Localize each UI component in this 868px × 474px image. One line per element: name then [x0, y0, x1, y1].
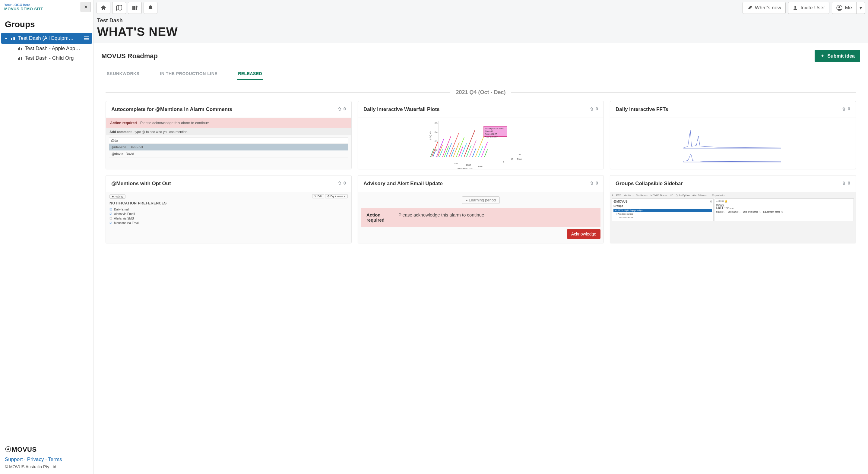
vote-count: 0	[848, 180, 850, 185]
svg-text:Time=18: Time=18	[485, 130, 493, 132]
acknowledge-button: Acknowledge	[567, 229, 600, 239]
svg-text:10: 10	[510, 158, 513, 160]
group-item-label: Test Dash (All Equipm…	[18, 35, 82, 41]
svg-text:1500: 1500	[478, 165, 483, 168]
svg-text:TS=Sep 18 05:45PM: TS=Sep 18 05:45PM	[485, 128, 504, 130]
mention-option: @david David	[109, 151, 348, 157]
svg-rect-32	[446, 144, 452, 157]
svg-point-17	[838, 6, 840, 8]
group-child-label: Test Dash - Child Org	[25, 55, 74, 61]
privacy-link[interactable]: Privacy	[27, 456, 44, 462]
card-votes[interactable]: 0	[590, 180, 598, 185]
vote-count: 0	[596, 180, 598, 185]
group-child-item[interactable]: Test Dash - Apple App…	[18, 44, 93, 53]
vote-icon	[590, 107, 594, 111]
home-button[interactable]	[96, 2, 111, 14]
comment-hint: - type @ to see who you can mention.	[132, 130, 188, 134]
alert-label: Action required	[110, 121, 137, 125]
card-votes[interactable]: 0	[590, 106, 598, 111]
chevron-down-icon	[4, 36, 8, 40]
card-preview: ▸ Learning period Action required Please…	[358, 192, 603, 243]
plus-icon: ＋	[820, 53, 825, 59]
tab-skunkworks[interactable]: SKUNKWORKS	[105, 68, 141, 80]
tab-released[interactable]: RELEASED	[237, 68, 263, 80]
whats-new-button[interactable]: What's new	[743, 2, 786, 14]
home-icon	[100, 5, 107, 11]
invite-user-button[interactable]: Invite User	[788, 2, 829, 14]
group-child-item[interactable]: Test Dash - Child Org	[18, 53, 93, 63]
card-title: Groups Collapsible Sidebar	[616, 180, 683, 187]
card-votes[interactable]: 0	[842, 106, 850, 111]
site-logo[interactable]: Your LOGO here MOVUS DEMO SITE	[2, 2, 45, 12]
library-icon	[131, 5, 138, 11]
svg-rect-1	[13, 37, 13, 40]
vote-icon	[590, 181, 594, 185]
mention-option: @danetiel Dan Etiel	[109, 144, 348, 151]
edit-tag: ✎ Edit	[312, 194, 324, 198]
svg-rect-13	[134, 6, 135, 10]
group-menu-icon[interactable]	[84, 36, 89, 40]
roadmap-card[interactable]: Groups Collapsible Sidebar 0 ≡AWSMonitor…	[610, 175, 856, 243]
svg-rect-10	[19, 57, 20, 60]
group-children: Test Dash - Apple App… Test Dash - Child…	[0, 44, 93, 63]
card-preview: Action required Please acknowledge this …	[106, 118, 351, 169]
roadmap-card[interactable]: Autocomplete for @Mentions in Alarm Comm…	[105, 101, 352, 169]
svg-rect-11	[21, 57, 22, 60]
roadmap-card[interactable]: Daily Interactive FFTs 0	[610, 101, 856, 169]
bell-icon	[148, 5, 154, 11]
vote-icon	[842, 107, 846, 111]
roadmap-card[interactable]: Advisory and Alert Email Update 0 ▸ Lear…	[358, 175, 604, 243]
activity-tag: ★ Activity	[110, 194, 125, 199]
page-title: WHAT'S NEW	[97, 25, 864, 39]
vote-count: 0	[848, 106, 850, 111]
terms-link[interactable]: Terms	[48, 456, 62, 462]
me-label: Me	[845, 5, 852, 11]
card-votes[interactable]: 0	[338, 180, 346, 185]
rocket-icon	[747, 5, 752, 10]
card-preview: ≡AWSMonitor ▾ConfluenceMOVUS Docs ▾HDQt …	[610, 192, 856, 243]
learning-chip: ▸ Learning period	[462, 196, 500, 204]
svg-rect-9	[18, 58, 19, 60]
roadmap-card[interactable]: @Mentions with Opt Out 0 ★ Activity ✎ Ed…	[105, 175, 352, 243]
group-child-label: Test Dash - Apple App…	[25, 45, 80, 52]
sidebar-collapse-button[interactable]: ✕	[81, 2, 91, 12]
group-item-active[interactable]: Test Dash (All Equipm…	[1, 33, 92, 44]
card-title: @Mentions with Opt Out	[111, 180, 171, 187]
equipment-tag: ⚙ Equipment ▾	[325, 194, 348, 198]
vote-count: 0	[343, 180, 346, 185]
svg-rect-8	[21, 48, 22, 50]
invite-label: Invite User	[801, 5, 825, 11]
avatar-icon	[836, 5, 842, 11]
quarter-label: 2021 Q4 (Oct - Dec)	[456, 89, 505, 96]
vote-count: 0	[343, 106, 346, 111]
map-button[interactable]	[112, 2, 126, 14]
support-link[interactable]: Support	[5, 456, 23, 462]
card-title: Advisory and Alert Email Update	[364, 180, 443, 187]
submit-idea-label: Submit idea	[827, 53, 855, 59]
me-dropdown-button[interactable]: ▾	[857, 2, 865, 14]
svg-rect-6	[18, 48, 19, 50]
footer-brand: ⦿MOVUS	[5, 446, 88, 453]
svg-text:20: 20	[518, 154, 521, 156]
me-button[interactable]: Me	[832, 2, 857, 14]
advisory-label: Action required	[367, 212, 391, 223]
pref-item: Daily Email	[110, 207, 348, 212]
tab-production[interactable]: IN THE PRODUCTION LINE	[159, 68, 219, 80]
site-name: MOVUS DEMO SITE	[4, 7, 43, 11]
card-votes[interactable]: 0	[842, 180, 850, 185]
close-icon: ✕	[84, 4, 88, 10]
sidebar-heading: Groups	[0, 14, 93, 33]
card-votes[interactable]: 0	[338, 106, 346, 111]
submit-idea-button[interactable]: ＋ Submit idea	[815, 50, 860, 62]
breadcrumb: Test Dash	[97, 18, 864, 24]
notifications-button[interactable]	[144, 2, 157, 14]
svg-text:0.5: 0.5	[435, 122, 438, 124]
library-button[interactable]	[128, 2, 142, 14]
svg-rect-4	[84, 38, 89, 39]
logo-text: Your LOGO here	[4, 3, 43, 7]
svg-rect-12	[132, 6, 134, 10]
pref-item: Alerts via Email	[110, 212, 348, 216]
caret-down-icon: ▾	[860, 5, 862, 11]
roadmap-card[interactable]: Daily Interactive Waterfall Plots 0 0.5 …	[358, 101, 604, 169]
svg-rect-2	[14, 37, 15, 40]
